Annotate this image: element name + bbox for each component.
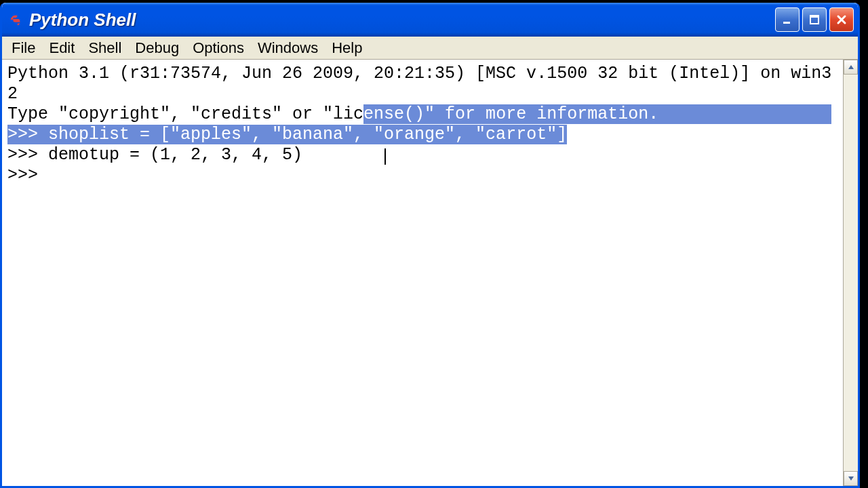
close-button[interactable] [829,7,854,32]
terminal[interactable]: Python 3.1 (r31:73574, Jun 26 2009, 20:2… [2,60,843,486]
menu-options[interactable]: Options [186,37,251,60]
menu-file[interactable]: File [5,37,42,60]
banner-line: Python 3.1 (r31:73574, Jun 26 2009, 20:2… [7,64,837,104]
scroll-track[interactable] [844,75,858,471]
app-window: Python Shell File Edit Shell Debug Optio… [0,3,860,488]
prompt-2: >>> [7,145,48,165]
python-icon [7,12,24,28]
input-line-2: >>> demotup = (1, 2, 3, 4, 5) [7,145,837,165]
menu-windows[interactable]: Windows [251,37,325,60]
code-1: shoplist = ["apples", "banana", "orange"… [48,125,567,144]
scroll-up-button[interactable] [844,60,858,75]
window-controls [775,7,854,32]
content-area: Python 3.1 (r31:73574, Jun 26 2009, 20:2… [2,60,858,486]
menu-shell[interactable]: Shell [81,37,128,60]
text-cursor [384,148,386,165]
menubar: File Edit Shell Debug Options Windows He… [2,37,858,60]
menu-help[interactable]: Help [325,37,369,60]
prompt-line-3: >>> [7,165,837,186]
window-title: Python Shell [29,9,775,30]
svg-rect-0 [783,22,790,24]
vertical-scrollbar[interactable] [843,60,858,486]
menu-debug[interactable]: Debug [128,37,186,60]
prompt-1: >>> [7,125,48,144]
code-2: demotup = (1, 2, 3, 4, 5) [48,145,302,165]
info-pre: Type "copyright", "credits" or "lic [7,104,363,124]
menu-edit[interactable]: Edit [42,37,81,60]
scroll-down-button[interactable] [844,471,858,486]
selection-pad [658,104,831,124]
maximize-button[interactable] [802,7,827,32]
svg-rect-2 [810,16,818,18]
info-selected: ense()" for more information. [363,104,658,124]
info-line: Type "copyright", "credits" or "license(… [7,104,837,125]
minimize-button[interactable] [775,7,800,32]
titlebar[interactable]: Python Shell [2,3,858,37]
input-line-1: >>> shoplist = ["apples", "banana", "ora… [7,125,837,145]
